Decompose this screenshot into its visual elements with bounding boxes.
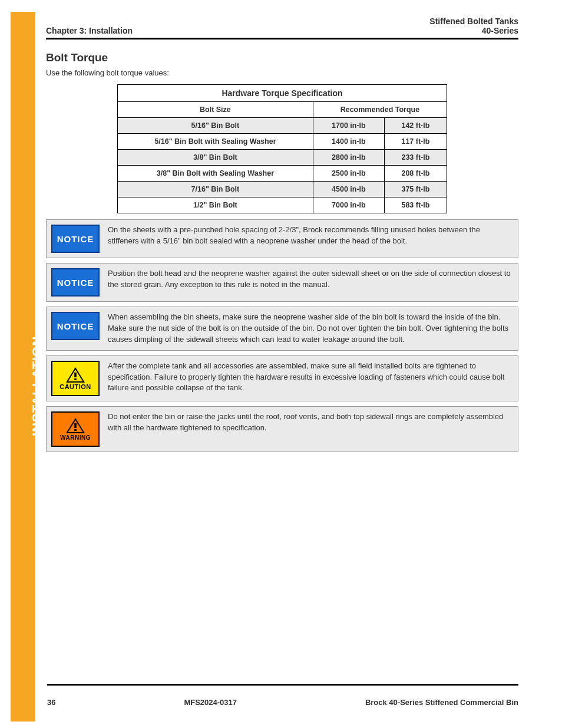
cell: 583 ft-lb bbox=[384, 197, 447, 213]
warning-label: WARNING bbox=[60, 434, 91, 441]
warning-icon: WARNING bbox=[51, 411, 100, 447]
svg-rect-2 bbox=[74, 373, 77, 377]
svg-rect-6 bbox=[74, 423, 77, 428]
cell: 117 ft-lb bbox=[384, 134, 447, 150]
page-header: Chapter 3: Installation Stiffened Bolted… bbox=[46, 17, 518, 35]
cell: 1400 in-lb bbox=[313, 134, 384, 150]
header-left: Chapter 3: Installation bbox=[46, 26, 133, 35]
callout-text: Position the bolt head and the neoprene … bbox=[108, 268, 512, 297]
section-title: Bolt Torque bbox=[46, 51, 518, 64]
footer-doc-id: MFS2024-0317 bbox=[184, 698, 237, 707]
caution-label: CAUTION bbox=[59, 383, 91, 390]
header-right-line2: 40-Series bbox=[429, 26, 518, 35]
cell: 142 ft-lb bbox=[384, 118, 447, 134]
footer-rev: Brock 40-Series Stiffened Commercial Bin bbox=[365, 698, 518, 707]
cell: 1/2" Bin Bolt bbox=[118, 197, 313, 213]
spec-table: Hardware Torque Specification Bolt Size … bbox=[117, 84, 447, 213]
cell: 4500 in-lb bbox=[313, 182, 384, 197]
header-rule bbox=[46, 38, 518, 39]
footer-rule bbox=[47, 684, 518, 686]
cell: 7/16" Bin Bolt bbox=[118, 182, 313, 197]
notice-icon: NOTICE bbox=[51, 268, 100, 297]
header-right: Stiffened Bolted Tanks 40-Series bbox=[429, 17, 518, 35]
table-col-left: Bolt Size bbox=[118, 102, 313, 118]
svg-rect-3 bbox=[74, 378, 77, 380]
section-intro: Use the following bolt torque values: bbox=[46, 68, 518, 78]
alert-triangle-icon bbox=[65, 367, 85, 384]
cell: 233 ft-lb bbox=[384, 150, 447, 166]
warning-badge: WARNING bbox=[51, 411, 100, 447]
callout-text: On the sheets with a pre-punched hole sp… bbox=[108, 225, 512, 253]
page-footer: 36 MFS2024-0317 Brock 40-Series Stiffene… bbox=[47, 698, 518, 707]
notice-badge: NOTICE bbox=[51, 312, 100, 345]
notice-badge: NOTICE bbox=[51, 225, 100, 253]
table-row: 3/8" Bin Bolt 2800 in-lb 233 ft-lb bbox=[118, 150, 447, 166]
callout-text: Do not enter the bin or raise the jacks … bbox=[108, 411, 512, 447]
cell: 1700 in-lb bbox=[313, 118, 384, 134]
cell: 2800 in-lb bbox=[313, 150, 384, 166]
svg-rect-7 bbox=[74, 429, 77, 431]
callout-text: When assembling the bin sheets, make sur… bbox=[108, 312, 512, 345]
caution-icon: CAUTION bbox=[51, 361, 100, 396]
warning-callout: WARNING Do not enter the bin or raise th… bbox=[46, 406, 518, 452]
notice-icon: NOTICE bbox=[51, 225, 100, 253]
cell: 208 ft-lb bbox=[384, 166, 447, 182]
main-content: Chapter 3: Installation Stiffened Bolted… bbox=[46, 0, 518, 452]
cell: 5/16" Bin Bolt bbox=[118, 118, 313, 134]
sidebar-label: INSTALLATION bbox=[29, 336, 45, 436]
page-root: INSTALLATION Chapter 3: Installation Sti… bbox=[0, 0, 562, 728]
table-row: 1/2" Bin Bolt 7000 in-lb 583 ft-lb bbox=[118, 197, 447, 213]
alert-triangle-icon bbox=[65, 417, 85, 436]
table-col-right: Recommended Torque bbox=[313, 102, 447, 118]
cell: 3/8" Bin Bolt bbox=[118, 150, 313, 166]
notice-callout: NOTICE On the sheets with a pre-punched … bbox=[46, 219, 518, 258]
notice-icon: NOTICE bbox=[51, 312, 100, 340]
table-row: 7/16" Bin Bolt 4500 in-lb 375 ft-lb bbox=[118, 182, 447, 197]
cell: 2500 in-lb bbox=[313, 166, 384, 182]
notice-badge: NOTICE bbox=[51, 268, 100, 297]
cell: 3/8" Bin Bolt with Sealing Washer bbox=[118, 166, 313, 182]
caution-badge: CAUTION bbox=[51, 361, 100, 396]
cell: 5/16" Bin Bolt with Sealing Washer bbox=[118, 134, 313, 150]
table-row: 3/8" Bin Bolt with Sealing Washer 2500 i… bbox=[118, 166, 447, 182]
table-row: 5/16" Bin Bolt with Sealing Washer 1400 … bbox=[118, 134, 447, 150]
header-right-line1: Stiffened Bolted Tanks bbox=[429, 17, 518, 26]
cell: 7000 in-lb bbox=[313, 197, 384, 213]
table-title: Hardware Torque Specification bbox=[118, 85, 447, 102]
notice-callout: NOTICE Position the bolt head and the ne… bbox=[46, 263, 518, 302]
caution-callout: CAUTION After the complete tank and all … bbox=[46, 355, 518, 401]
footer-page-number: 36 bbox=[47, 698, 55, 707]
cell: 375 ft-lb bbox=[384, 182, 447, 197]
notice-callout: NOTICE When assembling the bin sheets, m… bbox=[46, 307, 518, 351]
callout-text: After the complete tank and all accessor… bbox=[108, 361, 512, 396]
table-row: 5/16" Bin Bolt 1700 in-lb 142 ft-lb bbox=[118, 118, 447, 134]
